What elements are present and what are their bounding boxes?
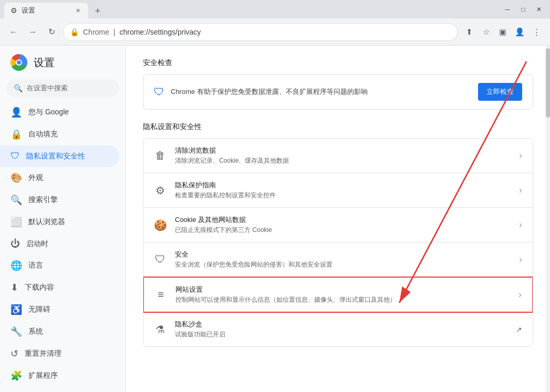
security-icon: 🔒 — [70, 28, 79, 36]
sidebar-icon-search: 🔍 — [11, 194, 22, 206]
item-icon-cookies: 🍪 — [154, 219, 167, 231]
active-tab[interactable]: ⚙ 设置 ✕ — [4, 3, 88, 18]
sidebar-icon-startup: ⏻ — [11, 238, 20, 249]
safety-check-title: 安全检查 — [143, 58, 533, 68]
item-text-clear-browsing: 清除浏览数据 清除浏览记录、Cookie、缓存及其他数据 — [175, 146, 511, 165]
sidebar-icon-accessibility: ♿ — [11, 304, 22, 315]
item-desc-site-settings: 控制网站可以使用和显示什么信息（如位置信息、摄像头、弹出式窗口及其他） — [175, 295, 510, 304]
sidebar-item-google[interactable]: 👤 您与 Google — [0, 101, 119, 123]
item-arrow-site-settings: › — [518, 289, 522, 300]
item-arrow-security: › — [519, 254, 522, 265]
sidebar-label-accessibility: 无障碍 — [28, 305, 50, 314]
minimize-button[interactable]: ─ — [501, 3, 514, 16]
sidebar-label-appearance: 外观 — [28, 173, 43, 183]
sidebar-label-google: 您与 Google — [28, 108, 69, 117]
address-bar: ← → ↻ 🔒 Chrome | chrome://settings/priva… — [0, 18, 550, 46]
sidebar-item-privacy[interactable]: 🛡 隐私设置和安全性 — [0, 145, 119, 167]
sidebar-item-browser[interactable]: ⬜ 默认浏览器 — [0, 211, 119, 233]
refresh-button[interactable]: ↻ — [44, 25, 59, 39]
url-brand: Chrome — [83, 28, 109, 36]
privacy-item-privacy-sandbox[interactable]: ⚗ 隐私沙盒 试验版功能已开启 ↗ — [143, 312, 533, 346]
sidebar-label-reset: 重置并清理 — [25, 349, 61, 358]
search-placeholder: 在设置中搜索 — [27, 83, 68, 93]
item-title-clear-browsing: 清除浏览数据 — [175, 146, 511, 155]
settings-title: 设置 — [34, 56, 55, 70]
sidebar-label-search: 搜索引擎 — [28, 195, 58, 205]
privacy-item-privacy-guide[interactable]: ⚙ 隐私保护指南 检查重要的隐私控制设置和安全控件 › — [143, 173, 533, 208]
sidebar-item-appearance[interactable]: 🎨 外观 — [0, 167, 119, 189]
new-tab-button[interactable]: + — [90, 4, 105, 18]
sidebar-item-autofill[interactable]: 🔒 自动填充 — [0, 123, 119, 145]
tab-favicon: ⚙ — [11, 6, 17, 15]
sidebar-item-about[interactable]: ⚙ 关于 Chrome — [0, 387, 119, 392]
tab-label: 设置 — [22, 6, 35, 15]
content-area: 安全检查 🛡 Chrome 有助于保护您免受数据泄露、不良扩展程序等问题的影响 … — [126, 46, 550, 392]
privacy-settings-list: 🗑 清除浏览数据 清除浏览记录、Cookie、缓存及其他数据 › ⚙ 隐私保护指… — [143, 138, 533, 347]
sidebar-icon-download: ⬇ — [11, 282, 18, 293]
close-button[interactable]: ✕ — [532, 3, 546, 16]
sidebar-item-language[interactable]: 🌐 语言 — [0, 255, 119, 277]
bookmark-button[interactable]: ☆ — [479, 25, 493, 39]
item-text-security: 安全 安全浏览（保护您免受危险网站的侵害）和其他安全设置 — [175, 250, 511, 269]
item-icon-security: 🛡 — [154, 253, 167, 266]
item-title-privacy-guide: 隐私保护指南 — [175, 181, 511, 190]
safety-check-card: 🛡 Chrome 有助于保护您免受数据泄露、不良扩展程序等问题的影响 立即检查 — [143, 74, 533, 110]
forward-button[interactable]: → — [25, 25, 40, 39]
item-title-privacy-sandbox: 隐私沙盒 — [175, 320, 507, 329]
maximize-button[interactable]: □ — [516, 3, 530, 16]
title-bar: ⚙ 设置 ✕ + ─ □ ✕ — [0, 0, 550, 18]
url-path: chrome://settings/privacy — [119, 28, 201, 36]
item-text-privacy-sandbox: 隐私沙盒 试验版功能已开启 — [175, 320, 507, 339]
privacy-item-clear-browsing[interactable]: 🗑 清除浏览数据 清除浏览记录、Cookie、缓存及其他数据 › — [143, 139, 533, 173]
item-text-cookies: Cookie 及其他网站数据 已阻止无痕模式下的第三方 Cookie — [175, 215, 511, 235]
sidebar-search[interactable]: 🔍 在设置中搜索 — [6, 79, 119, 97]
item-title-cookies: Cookie 及其他网站数据 — [175, 215, 511, 225]
item-icon-clear-browsing: 🗑 — [154, 150, 167, 162]
sidebar-search-container: 🔍 在设置中搜索 — [0, 79, 126, 101]
sidebar-item-startup[interactable]: ⏻ 启动时 — [0, 233, 119, 255]
privacy-item-site-settings[interactable]: ≡ 网站设置 控制网站可以使用和显示什么信息（如位置信息、摄像头、弹出式窗口及其… — [143, 277, 533, 313]
chrome-logo — [11, 54, 27, 71]
item-title-security: 安全 — [175, 250, 511, 259]
profile-button[interactable]: 👤 — [512, 25, 527, 39]
sidebar-item-reset[interactable]: ↺ 重置并清理 — [0, 343, 119, 365]
chrome-logo-inner — [16, 59, 22, 66]
content-scrollbar[interactable] — [546, 46, 550, 392]
item-desc-clear-browsing: 清除浏览记录、Cookie、缓存及其他数据 — [175, 156, 511, 165]
sidebar-icon-google: 👤 — [11, 107, 22, 118]
back-button[interactable]: ← — [6, 25, 21, 39]
item-text-site-settings: 网站设置 控制网站可以使用和显示什么信息（如位置信息、摄像头、弹出式窗口及其他） — [175, 285, 510, 304]
item-icon-privacy-sandbox: ⚗ — [154, 323, 167, 336]
sidebar-icon-language: 🌐 — [11, 260, 22, 271]
check-now-button[interactable]: 立即检查 — [478, 83, 522, 101]
sidebar-item-download[interactable]: ⬇ 下载内容 — [0, 277, 119, 299]
item-desc-privacy-guide: 检查重要的隐私控制设置和安全控件 — [175, 191, 511, 200]
sidebar-item-accessibility[interactable]: ♿ 无障碍 — [0, 299, 119, 321]
share-button[interactable]: ⬆ — [462, 25, 476, 39]
sidebar-label-autofill: 自动填充 — [28, 130, 58, 139]
item-icon-privacy-guide: ⚙ — [154, 184, 167, 197]
close-tab-button[interactable]: ✕ — [74, 6, 82, 15]
sidebar-label-language: 语言 — [28, 261, 43, 270]
sidebar-icon-extensions: 🧩 — [11, 370, 22, 382]
item-arrow-cookies: › — [519, 219, 522, 230]
item-arrow-clear-browsing: › — [519, 150, 522, 161]
privacy-item-cookies[interactable]: 🍪 Cookie 及其他网站数据 已阻止无痕模式下的第三方 Cookie › — [143, 208, 533, 242]
sidebar-label-extensions: 扩展程序 — [28, 371, 58, 380]
sidebar-item-search[interactable]: 🔍 搜索引擎 — [0, 189, 119, 211]
split-button[interactable]: ▣ — [495, 25, 510, 39]
item-arrow-privacy-sandbox: ↗ — [516, 325, 522, 334]
sidebar-label-browser: 默认浏览器 — [28, 217, 65, 227]
tab-area: ⚙ 设置 ✕ + — [4, 0, 501, 18]
privacy-item-security[interactable]: 🛡 安全 安全浏览（保护您免受危险网站的侵害）和其他安全设置 › — [143, 242, 533, 277]
url-bar[interactable]: 🔒 Chrome | chrome://settings/privacy — [63, 23, 458, 41]
item-icon-site-settings: ≡ — [154, 289, 167, 301]
item-title-site-settings: 网站设置 — [175, 285, 510, 294]
item-desc-cookies: 已阻止无痕模式下的第三方 Cookie — [175, 226, 511, 235]
sidebar-nav: 👤 您与 Google 🔒 自动填充 🛡 隐私设置和安全性 🎨 外观 🔍 搜索引… — [0, 101, 126, 392]
item-arrow-privacy-guide: › — [519, 185, 522, 196]
menu-button[interactable]: ⋮ — [529, 25, 544, 39]
sidebar-item-extensions[interactable]: 🧩 扩展程序 — [0, 365, 119, 387]
item-text-privacy-guide: 隐私保护指南 检查重要的隐私控制设置和安全控件 — [175, 181, 511, 200]
sidebar-item-system[interactable]: 🔧 系统 — [0, 321, 119, 343]
